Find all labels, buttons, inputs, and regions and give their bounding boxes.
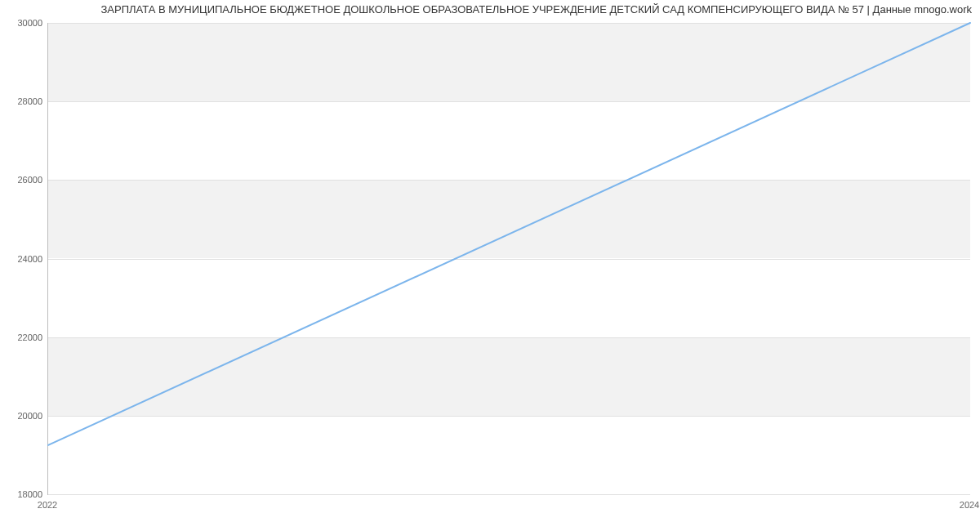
x-axis-tick-label: 2022 xyxy=(38,500,57,510)
x-axis-tick-label: 2024 xyxy=(960,500,979,510)
chart-title: ЗАРПЛАТА В МУНИЦИПАЛЬНОЕ БЮДЖЕТНОЕ ДОШКО… xyxy=(8,3,972,16)
grid-line xyxy=(48,494,970,495)
y-axis-tick-label: 28000 xyxy=(3,96,42,106)
y-axis-tick-label: 22000 xyxy=(3,332,42,342)
y-axis-tick-label: 18000 xyxy=(3,489,42,499)
plot-area xyxy=(47,23,970,495)
y-axis-tick-label: 24000 xyxy=(3,254,42,264)
y-axis-tick-label: 30000 xyxy=(3,18,42,28)
chart-container: ЗАРПЛАТА В МУНИЦИПАЛЬНОЕ БЮДЖЕТНОЕ ДОШКО… xyxy=(0,0,980,531)
y-axis-tick-label: 26000 xyxy=(3,175,42,185)
y-axis-tick-label: 20000 xyxy=(3,411,42,421)
data-series-line xyxy=(48,23,970,445)
line-layer xyxy=(48,23,970,494)
